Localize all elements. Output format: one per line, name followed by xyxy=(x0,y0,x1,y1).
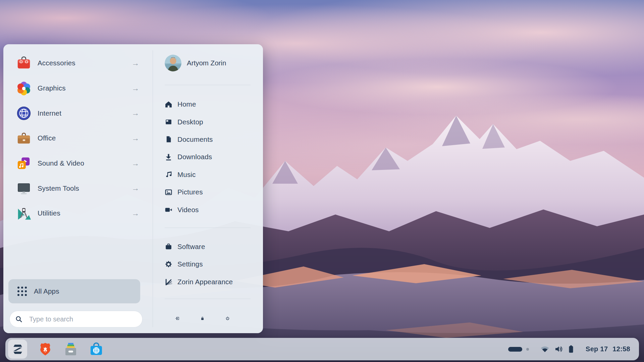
globe-icon xyxy=(16,106,32,121)
indicator-dot[interactable] xyxy=(526,348,529,351)
category-label: Utilities xyxy=(38,209,60,217)
place-label: Pictures xyxy=(177,188,203,196)
submenu-arrow-icon: → xyxy=(131,59,139,67)
power-icon[interactable] xyxy=(225,314,230,323)
place-label: Home xyxy=(177,100,196,108)
videos-icon xyxy=(165,206,172,214)
home-icon xyxy=(165,101,172,108)
system-tray[interactable]: Sep 17 12:58 xyxy=(508,345,630,353)
divider xyxy=(165,228,251,228)
taskbar-date[interactable]: Sep 17 xyxy=(586,345,608,353)
category-internet[interactable]: Internet → xyxy=(3,101,153,126)
submenu-arrow-icon: → xyxy=(131,134,139,142)
search-bar[interactable] xyxy=(9,311,143,327)
divider xyxy=(165,299,251,299)
category-label: System Tools xyxy=(38,184,79,192)
app-menu-panel: Accessories → Graphics → Internet → xyxy=(3,44,263,333)
shortcut-software[interactable]: Software xyxy=(165,238,251,255)
settings-gear-icon xyxy=(165,260,172,268)
user-account-row[interactable]: Artyom Zorin xyxy=(165,55,251,71)
file-manager-button[interactable] xyxy=(63,342,78,357)
category-list: Accessories → Graphics → Internet → xyxy=(3,51,153,226)
zorin-logo-icon xyxy=(11,343,24,356)
software-store-button[interactable] xyxy=(89,342,104,357)
submenu-arrow-icon: → xyxy=(131,109,139,117)
shortcut-label: Zorin Appearance xyxy=(177,278,233,286)
taskbar-pinned-apps xyxy=(8,340,104,359)
category-label: Sound & Video xyxy=(38,159,84,167)
category-label: Accessories xyxy=(38,59,75,67)
all-apps-label: All Apps xyxy=(34,287,59,295)
avatar xyxy=(165,55,181,71)
indicator-pill[interactable] xyxy=(508,347,522,352)
taskbar-time[interactable]: 12:58 xyxy=(612,345,630,353)
monitor-icon xyxy=(16,181,32,196)
brave-browser-icon xyxy=(38,342,52,357)
app-grid-icon xyxy=(17,286,27,296)
submenu-arrow-icon: → xyxy=(131,209,139,217)
utilities-icon xyxy=(16,205,32,221)
submenu-arrow-icon: → xyxy=(131,184,139,192)
session-buttons xyxy=(165,314,251,323)
place-downloads[interactable]: Downloads xyxy=(165,148,251,166)
zorin-appearance-icon xyxy=(165,278,172,286)
toolbox-icon xyxy=(16,55,32,71)
category-label: Graphics xyxy=(38,84,66,92)
category-sound-video[interactable]: Sound & Video → xyxy=(3,151,153,176)
user-name: Artyom Zorin xyxy=(187,59,226,67)
battery-icon[interactable] xyxy=(569,345,574,353)
category-system-tools[interactable]: System Tools → xyxy=(3,176,153,201)
shortcut-label: Software xyxy=(177,243,205,251)
place-label: Desktop xyxy=(177,118,203,126)
all-apps-button[interactable]: All Apps xyxy=(8,279,140,303)
place-label: Documents xyxy=(177,135,213,143)
place-documents[interactable]: Documents xyxy=(165,131,251,148)
music-icon xyxy=(165,171,172,178)
divider xyxy=(165,85,251,85)
place-music[interactable]: Music xyxy=(165,166,251,183)
category-office[interactable]: Office → xyxy=(3,126,153,151)
lock-icon[interactable] xyxy=(200,314,205,323)
category-graphics[interactable]: Graphics → xyxy=(3,76,153,101)
place-videos[interactable]: Videos xyxy=(165,201,251,218)
logout-icon[interactable] xyxy=(175,314,179,323)
zorin-menu-button[interactable] xyxy=(8,340,27,359)
place-pictures[interactable]: Pictures xyxy=(165,183,251,201)
desktop-icon xyxy=(165,118,172,126)
software-briefcase-icon xyxy=(165,243,172,250)
search-input[interactable] xyxy=(29,315,130,323)
category-utilities[interactable]: Utilities → xyxy=(3,201,153,226)
shortcut-label: Settings xyxy=(177,260,203,268)
place-home[interactable]: Home xyxy=(165,96,251,113)
taskbar: Sep 17 12:58 xyxy=(5,338,639,360)
software-store-icon xyxy=(89,342,104,357)
search-icon xyxy=(15,316,22,323)
pictures-icon xyxy=(165,188,172,196)
download-icon xyxy=(165,153,172,161)
volume-icon[interactable] xyxy=(555,346,563,353)
media-icon xyxy=(16,156,32,171)
category-label: Internet xyxy=(38,109,61,117)
place-label: Downloads xyxy=(177,153,212,161)
briefcase-icon xyxy=(16,130,32,146)
category-label: Office xyxy=(38,134,56,142)
brave-browser-button[interactable] xyxy=(38,342,53,357)
place-label: Videos xyxy=(177,206,199,214)
category-accessories[interactable]: Accessories → xyxy=(3,51,153,76)
file-manager-icon xyxy=(63,342,78,357)
shortcut-zorin-appearance[interactable]: Zorin Appearance xyxy=(165,273,251,291)
places-list: Home Desktop Documents xyxy=(165,96,251,219)
shortcut-settings[interactable]: Settings xyxy=(165,255,251,273)
wifi-icon[interactable] xyxy=(540,346,549,353)
document-icon xyxy=(165,135,172,143)
place-label: Music xyxy=(177,171,196,179)
submenu-arrow-icon: → xyxy=(131,160,139,167)
menu-right-column: Artyom Zorin Home Desktop xyxy=(153,44,263,333)
graphics-flower-icon xyxy=(16,80,32,96)
place-desktop[interactable]: Desktop xyxy=(165,113,251,130)
submenu-arrow-icon: → xyxy=(131,84,139,92)
shortcut-list: Software Settings Zorin Appearance xyxy=(165,238,251,291)
